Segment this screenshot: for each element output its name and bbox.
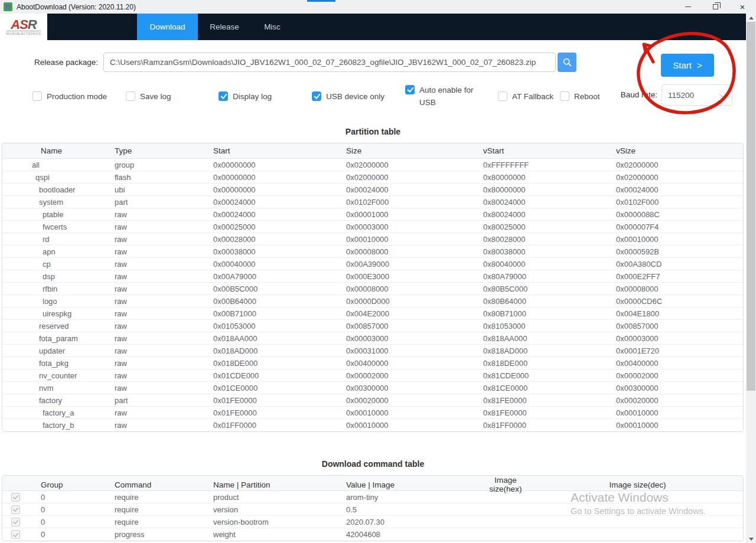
partition-start-cell: 0x01FE0000 [213, 396, 346, 405]
start-button[interactable]: Start > [661, 54, 714, 77]
partition-vstart-cell: 0x81FE0000 [483, 396, 616, 405]
partition-vsize-cell: 0x004E1800 [616, 309, 743, 318]
partition-vsize-cell: 0x00002000 [616, 371, 743, 380]
partition-vsize-cell: 0x00010000 [616, 421, 743, 430]
partition-vsize-cell: 0x00003000 [616, 334, 743, 343]
checkbox-usb-device-only[interactable] [312, 91, 321, 101]
partition-type-cell: raw [115, 297, 213, 306]
partition-vsize-cell: 0x0000088C [616, 210, 743, 219]
partition-name-cell: rd [2, 235, 115, 244]
checkbox-label-save-log: Save log [140, 90, 171, 103]
partition-name-cell: logo [2, 297, 115, 306]
partition-vsize-cell: 0x0000592B [616, 247, 743, 256]
partition-row-nv-counter: nv_counterraw0x01CDE0000x000020000x81CDE… [2, 369, 743, 382]
partition-size-cell: 0x00001000 [346, 210, 483, 219]
partition-row-system: systempart0x000240000x0102F0000x80024000… [2, 196, 743, 208]
partition-size-cell: 0x00300000 [346, 384, 483, 392]
partition-row-ptable: ptableraw0x000240000x000010000x800240000… [2, 208, 743, 221]
partition-size-cell: 0x00857000 [346, 322, 483, 331]
partition-size-cell: 0x02000000 [346, 161, 483, 169]
browse-file-button[interactable] [558, 53, 576, 72]
checkbox-item-at-fallback[interactable]: AT Fallback [498, 90, 553, 103]
command-row-checkbox[interactable] [11, 493, 20, 502]
scrollbar-thumb[interactable] [747, 22, 755, 391]
partition-type-cell: raw [115, 284, 213, 293]
partition-start-cell: 0x018AD000 [213, 346, 346, 355]
checkbox-label-reboot: Reboot [574, 90, 600, 103]
partition-vstart-cell: 0x818AA000 [483, 334, 616, 343]
col-header-command: Command [115, 480, 213, 489]
partition-size-cell: 0x00400000 [346, 359, 483, 368]
partition-row-cp: cpraw0x000400000x00A390000x800400000x00A… [2, 258, 743, 270]
col-header-size: Size [346, 146, 483, 155]
col-header-vsize: vSize [616, 146, 743, 155]
checkbox-label-usb-device-only: USB device only [326, 90, 384, 103]
partition-vsize-cell: 0x00010000 [616, 408, 743, 417]
close-button[interactable]: × [729, 0, 756, 14]
partition-name-cell: bootloader [2, 185, 115, 194]
checkbox-item-auto-enable-for-usb[interactable]: Auto enable for USB [405, 84, 476, 109]
checkbox-label-auto-enable-for-usb: Auto enable for USB [419, 84, 476, 109]
checkbox-label-display-log: Display log [233, 90, 272, 103]
col-header-image-size-dec: Image size(dec) [532, 480, 743, 489]
command-row-version-bootrom: 0requireversion-bootrom2020.07.30 [2, 516, 743, 528]
restore-button[interactable] [702, 0, 729, 14]
partition-start-cell: 0x00024000 [213, 198, 346, 207]
checkbox-item-usb-device-only[interactable]: USB device only [312, 90, 384, 103]
checkbox-at-fallback[interactable] [498, 91, 507, 101]
checkbox-production-mode[interactable] [32, 91, 42, 101]
tab-misc[interactable]: Misc [259, 14, 286, 40]
partition-vstart-cell: 0x81CE0000 [483, 384, 616, 392]
partition-vstart-cell: 0x80B5C000 [483, 284, 616, 293]
col-header-value-image: Value | Image [346, 480, 479, 489]
partition-vstart-cell: 0x80B71000 [483, 309, 616, 318]
command-checkbox-cell [2, 493, 28, 502]
asr-logo-subtext: MICROELECTRONICS [6, 31, 41, 35]
partition-size-cell: 0x02000000 [346, 173, 483, 182]
checkbox-item-reboot[interactable]: Reboot [560, 90, 600, 103]
baud-rate-select[interactable]: 115200 [662, 84, 732, 106]
partition-type-cell: raw [115, 309, 213, 318]
scroll-down-button[interactable] [746, 535, 756, 543]
scroll-up-button[interactable] [746, 14, 756, 22]
start-button-label: Start [673, 60, 692, 70]
partition-vsize-cell: 0x0000CD6C [616, 297, 743, 306]
partition-name-cell: factory_b [2, 421, 115, 430]
checkbox-item-save-log[interactable]: Save log [126, 90, 171, 103]
window-title: AbootDownload (Version: 2020.11.20) [17, 3, 136, 11]
partition-start-cell: 0x00B64000 [213, 297, 346, 306]
partition-vsize-cell: 0x0102F000 [616, 198, 743, 207]
partition-type-cell: raw [115, 408, 213, 417]
partition-type-cell: raw [115, 223, 213, 231]
partition-size-cell: 0x00010000 [346, 421, 483, 430]
tab-download[interactable]: Download [137, 14, 198, 40]
command-row-checkbox[interactable] [11, 505, 20, 514]
partition-row-reserved: reservedraw0x010530000x008570000x8105300… [2, 320, 743, 332]
col-header-vstart: vStart [483, 146, 616, 155]
minimize-button[interactable] [674, 0, 702, 14]
vertical-scrollbar[interactable] [746, 14, 756, 543]
command-value-cell: arom-tiny [346, 493, 479, 502]
partition-type-cell: part [115, 396, 213, 405]
partition-start-cell: 0x00028000 [213, 235, 346, 244]
partition-vsize-cell: 0x00024000 [616, 185, 743, 194]
checkbox-reboot[interactable] [560, 91, 569, 101]
checkbox-item-production-mode[interactable]: Production mode [32, 90, 107, 103]
checkbox-label-production-mode: Production mode [47, 90, 107, 103]
checkbox-item-display-log[interactable]: Display log [219, 90, 272, 103]
command-row-checkbox[interactable] [11, 530, 20, 539]
checkbox-display-log[interactable] [219, 91, 228, 101]
release-package-label: Release package: [0, 53, 98, 72]
checkbox-save-log[interactable] [126, 91, 135, 101]
release-package-input[interactable] [103, 53, 556, 72]
command-row-checkbox[interactable] [11, 518, 20, 526]
tab-release[interactable]: Release [207, 14, 242, 40]
command-command-cell: require [115, 505, 213, 514]
partition-name-cell: fwcerts [2, 223, 115, 231]
partition-type-cell: raw [115, 334, 213, 343]
command-value-cell: 0.5 [346, 505, 479, 514]
partition-vsize-cell: 0x00020000 [616, 396, 743, 405]
col-header-name-partition: Name | Partition [213, 480, 346, 489]
partition-start-cell: 0x00000000 [213, 173, 346, 182]
checkbox-auto-enable-for-usb[interactable] [405, 85, 415, 94]
